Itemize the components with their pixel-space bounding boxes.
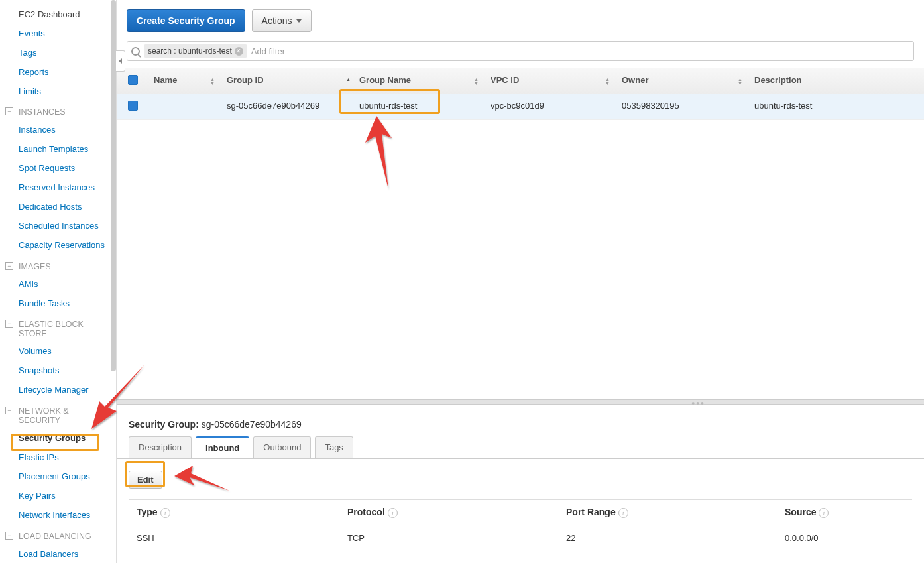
edit-button[interactable]: Edit	[129, 471, 162, 489]
sidebar-item-placement-groups[interactable]: Placement Groups	[0, 468, 116, 487]
sidebar-header-instances[interactable]: −INSTANCES	[0, 101, 116, 121]
sidebar: EC2 Dashboard Events Tags Reports Limits…	[0, 0, 117, 563]
rule-row: SSH TCP 22 0.0.0.0/0	[129, 525, 912, 551]
cell-vpc-id: vpc-bc9c01d9	[485, 94, 616, 119]
col-group-name[interactable]: Group Name▲▲▼	[354, 68, 485, 94]
details-title: Security Group: sg-05c66de7e90b44269	[117, 411, 924, 436]
sidebar-item-limits[interactable]: Limits	[0, 82, 116, 101]
cell-group-id: sg-05c66de7e90b44269	[221, 94, 354, 119]
sidebar-item-network-interfaces[interactable]: Network Interfaces	[0, 506, 116, 525]
sidebar-header-ebs[interactable]: −ELASTIC BLOCK STORE	[0, 313, 116, 342]
collapse-icon[interactable]: −	[5, 320, 13, 328]
actions-label: Actions	[262, 15, 292, 26]
sidebar-item-bundle-tasks[interactable]: Bundle Tasks	[0, 294, 116, 314]
col-name[interactable]: Name▲▼	[148, 68, 221, 94]
rules-header: Typei Protocoli Port Rangei Sourcei	[129, 499, 912, 525]
collapse-icon[interactable]: −	[5, 532, 13, 540]
sidebar-item-reserved-instances[interactable]: Reserved Instances	[0, 178, 116, 198]
collapse-icon[interactable]: −	[5, 107, 13, 115]
sidebar-collapse-toggle[interactable]	[116, 50, 125, 72]
sidebar-item-dedicated-hosts[interactable]: Dedicated Hosts	[0, 198, 116, 217]
sidebar-item-load-balancers[interactable]: Load Balancers	[0, 545, 116, 563]
filter-bar[interactable]: search : ubuntu-rds-test ✕ Add filter	[127, 41, 914, 61]
tab-tags[interactable]: Tags	[315, 436, 353, 458]
rh-source: Source	[785, 507, 816, 517]
filter-placeholder: Add filter	[251, 46, 285, 56]
sidebar-item-key-pairs[interactable]: Key Pairs	[0, 487, 116, 506]
main: Create Security Group Actions search : u…	[117, 0, 924, 563]
col-vpc-id[interactable]: VPC ID▲▼	[485, 68, 616, 94]
cell-name	[148, 94, 221, 119]
info-icon[interactable]: i	[388, 508, 398, 518]
sidebar-header-images[interactable]: −IMAGES	[0, 255, 116, 275]
collapse-icon[interactable]: −	[5, 407, 13, 414]
tab-description[interactable]: Description	[129, 436, 192, 458]
tab-body: Edit Typei Protocoli Port Rangei Sourcei…	[117, 458, 924, 563]
chevron-left-icon	[119, 58, 122, 64]
filter-chip[interactable]: search : ubuntu-rds-test ✕	[144, 44, 247, 58]
sidebar-header-network-security[interactable]: −NETWORK & SECURITY	[0, 400, 116, 429]
sidebar-item-events[interactable]: Events	[0, 25, 116, 44]
toolbar: Create Security Group Actions	[117, 0, 924, 41]
remove-filter-icon[interactable]: ✕	[235, 47, 243, 56]
rule-protocol: TCP	[347, 533, 566, 543]
sidebar-item-dashboard[interactable]: EC2 Dashboard	[0, 5, 116, 25]
table-row[interactable]: sg-05c66de7e90b44269 ubuntu-rds-test vpc…	[117, 94, 924, 120]
create-security-group-button[interactable]: Create Security Group	[127, 9, 245, 32]
sidebar-item-reports[interactable]: Reports	[0, 63, 116, 82]
sidebar-item-spot-requests[interactable]: Spot Requests	[0, 159, 116, 178]
tab-outbound[interactable]: Outbound	[253, 436, 311, 458]
col-group-id[interactable]: Group ID	[221, 68, 354, 94]
sidebar-item-tags[interactable]: Tags	[0, 44, 116, 63]
sidebar-item-snapshots[interactable]: Snapshots	[0, 361, 116, 381]
rh-protocol: Protocol	[347, 507, 385, 517]
rule-port: 22	[566, 533, 785, 543]
collapse-icon[interactable]: −	[5, 262, 13, 270]
info-icon[interactable]: i	[160, 508, 170, 518]
sidebar-item-security-groups[interactable]: Security Groups	[0, 429, 116, 448]
col-description[interactable]: Description	[749, 68, 924, 94]
tab-inbound[interactable]: Inbound	[196, 436, 249, 458]
search-icon	[131, 47, 140, 56]
grid-header: Name▲▼ Group ID Group Name▲▲▼ VPC ID▲▼ O…	[117, 68, 924, 94]
chevron-down-icon	[296, 19, 302, 23]
info-icon[interactable]: i	[819, 508, 829, 518]
sidebar-item-amis[interactable]: AMIs	[0, 275, 116, 294]
scrollbar-thumb[interactable]	[111, 0, 116, 371]
actions-button[interactable]: Actions	[252, 9, 312, 32]
rule-source: 0.0.0.0/0	[785, 533, 912, 543]
details-title-label: Security Group:	[129, 419, 199, 430]
filter-chip-text: search : ubuntu-rds-test	[148, 46, 232, 56]
row-checkbox[interactable]	[128, 101, 138, 111]
sidebar-item-volumes[interactable]: Volumes	[0, 342, 116, 361]
cell-owner: 053598320195	[616, 94, 749, 119]
sidebar-item-elastic-ips[interactable]: Elastic IPs	[0, 448, 116, 468]
cell-description: ubuntu-rds-test	[749, 94, 924, 119]
sidebar-item-instances[interactable]: Instances	[0, 121, 116, 140]
details-tabs: Description Inbound Outbound Tags	[117, 436, 924, 458]
rh-port: Port Range	[566, 507, 616, 517]
cell-group-name: ubuntu-rds-test	[354, 94, 485, 119]
app: EC2 Dashboard Events Tags Reports Limits…	[0, 0, 924, 563]
rule-type: SSH	[129, 533, 347, 543]
sidebar-item-launch-templates[interactable]: Launch Templates	[0, 140, 116, 159]
sidebar-item-lifecycle-manager[interactable]: Lifecycle Manager	[0, 381, 116, 400]
splitter-handle-icon: •••	[691, 398, 705, 408]
select-all-checkbox[interactable]	[128, 75, 138, 85]
sidebar-header-load-balancing[interactable]: −LOAD BALANCING	[0, 525, 116, 545]
col-owner[interactable]: Owner▲▼	[616, 68, 749, 94]
details-title-value: sg-05c66de7e90b44269	[202, 419, 302, 430]
sidebar-item-scheduled-instances[interactable]: Scheduled Instances	[0, 217, 116, 236]
pane-splitter[interactable]: •••	[117, 399, 924, 405]
info-icon[interactable]: i	[618, 508, 628, 518]
sidebar-item-capacity-reservations[interactable]: Capacity Reservations	[0, 236, 116, 255]
rh-type: Type	[137, 507, 158, 517]
